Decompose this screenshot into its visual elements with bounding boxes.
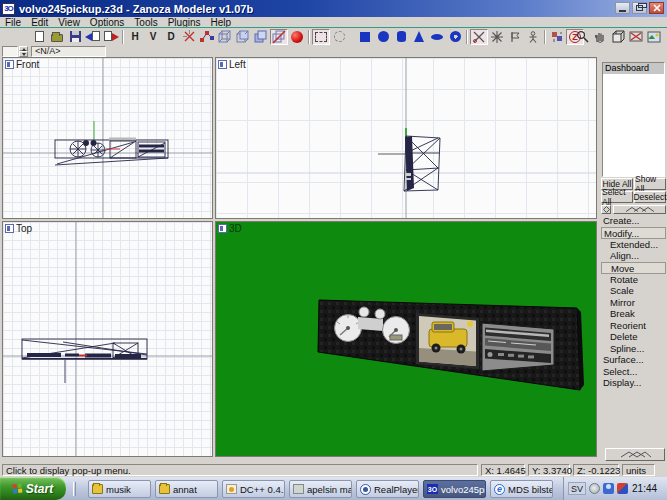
taskbar-item-mds[interactable]: e MDS bilster... [490,480,553,498]
background-image-button[interactable] [645,29,663,45]
menu-mirror[interactable]: Mirror [601,297,666,309]
menu-surface[interactable]: Surface... [601,354,666,366]
textured-view-button[interactable] [270,29,288,45]
menu-scale[interactable]: Scale [601,285,666,297]
taskbar-item-volvo245-active[interactable]: 3O volvo245pi... [423,480,486,498]
minimize-button[interactable] [615,2,630,14]
task-label: annat [173,484,197,495]
objects-list[interactable]: Dashboard [602,62,665,177]
viewport-maximize-icon[interactable] [5,60,14,69]
spin-down-icon[interactable] [19,51,28,57]
ellipse-primitive-button[interactable] [428,29,446,45]
zoom-button[interactable] [573,29,591,45]
panel-bottom-rollup-button[interactable] [605,448,665,461]
viewport-left[interactable]: Left [215,57,597,219]
menu-reorient[interactable]: Reorient [601,320,666,332]
panel-collapse-button[interactable] [601,205,611,214]
menu-delete[interactable]: Delete [601,331,666,343]
cut-tool-button[interactable] [470,29,488,45]
tray-app-icon[interactable] [617,483,628,494]
object-index-field[interactable] [2,46,18,57]
taskbar-item-apelsin[interactable]: apelsin ma... [289,480,352,498]
volume-icon[interactable] [589,483,600,494]
menu-modify[interactable]: Modify... [601,227,666,239]
show-all-button[interactable]: Show All [634,178,666,190]
disable-view-button[interactable] [627,29,645,45]
close-icon [653,4,661,12]
menu-extended[interactable]: Extended... [601,239,666,251]
dashboard-3d-render [216,222,597,457]
viewport-3d[interactable]: 3D [215,221,597,457]
menu-create[interactable]: Create... [601,215,666,227]
export-button[interactable] [102,29,120,45]
vertex-tool-button[interactable] [180,29,198,45]
torus-primitive-button[interactable] [446,29,464,45]
flag-tool-button[interactable] [506,29,524,45]
menu-display[interactable]: Display... [601,377,666,389]
viewport-top[interactable]: Top [2,221,213,457]
taskbar-item-dcpp[interactable]: DC++ 0.4... [222,480,285,498]
orbit-button[interactable] [609,29,627,45]
start-button[interactable]: Start [0,477,66,500]
save-button[interactable] [66,29,84,45]
status-x-coordinate: X: 1.4645 [481,464,525,476]
select-rectangle-button[interactable] [312,29,330,45]
viewport-maximize-icon[interactable] [218,224,227,233]
panel-rollup-button[interactable] [613,205,666,214]
active-object-dropdown[interactable]: <N/A> [31,46,106,57]
new-file-button[interactable] [30,29,48,45]
edges-tool-button[interactable] [198,29,216,45]
messenger-icon[interactable] [603,483,614,494]
figure-tool-button[interactable] [524,29,542,45]
d-view-button[interactable]: D [162,29,180,45]
task-label: musik [106,484,131,495]
wireframe-view-button[interactable] [234,29,252,45]
solid-cube-icon [254,30,268,44]
box-primitive-button[interactable] [356,29,374,45]
object-list-item[interactable]: Dashboard [603,63,664,74]
grip-handle[interactable] [73,482,76,496]
select-circle-button[interactable] [330,29,348,45]
menu-select[interactable]: Select... [601,366,666,378]
menu-align[interactable]: Align... [601,250,666,262]
viewport-maximize-icon[interactable] [218,60,227,69]
restore-button[interactable] [632,2,647,14]
deselect-button[interactable]: Deselect [634,191,666,203]
import-button[interactable] [84,29,102,45]
title-bar: 3O volvo245pickup.z3d - Zanoza Modeler v… [0,0,667,17]
taskbar-item-annat[interactable]: annat [155,480,218,498]
close-button[interactable] [649,2,664,14]
render-mode-button[interactable] [288,29,306,45]
solid-view-button[interactable] [252,29,270,45]
v-view-button[interactable]: V [144,29,162,45]
menu-move[interactable]: Move [601,262,666,274]
h-view-button[interactable]: H [126,29,144,45]
cone-primitive-button[interactable] [410,29,428,45]
language-indicator[interactable]: SV [568,482,586,495]
viewport-maximize-icon[interactable] [5,224,14,233]
object-index-spinner[interactable] [19,46,28,57]
select-all-button[interactable]: Select All [601,191,633,203]
sphere-primitive-button[interactable] [374,29,392,45]
pan-button[interactable] [591,29,609,45]
system-tray: SV 21:44 [563,477,667,500]
start-label: Start [26,482,53,496]
folder-icon [159,484,170,494]
parts-button[interactable] [548,29,566,45]
magnifier-icon [576,30,589,43]
viewport-front[interactable]: Front [2,57,213,219]
menu-break[interactable]: Break [601,308,666,320]
open-file-button[interactable] [48,29,66,45]
wire-cube2-icon [236,30,250,44]
save-floppy-icon [70,31,81,42]
taskbar-item-realplayer[interactable]: RealPlayer... [356,480,419,498]
status-bar: Click to display pop-up menu. X: 1.4645 … [0,463,667,477]
cylinder-primitive-button[interactable] [392,29,410,45]
import-arrow-icon [85,33,92,41]
task-label: RealPlayer... [374,484,419,495]
menu-rotate[interactable]: Rotate [601,274,666,286]
menu-spline[interactable]: Spline... [601,343,666,355]
star-tool-button[interactable] [488,29,506,45]
taskbar-item-musik[interactable]: musik [88,480,151,498]
bounding-view-button[interactable] [216,29,234,45]
